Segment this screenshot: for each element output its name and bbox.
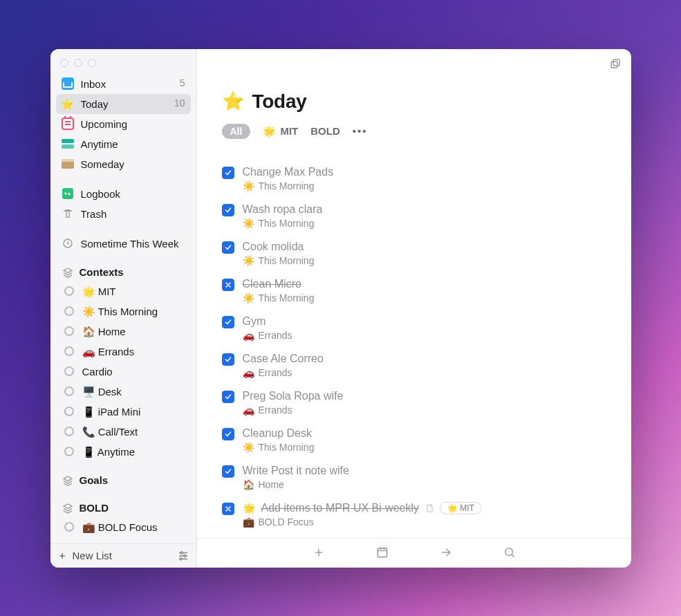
new-todo-button[interactable] [312,545,326,559]
sidebar-item-context[interactable]: ☀️ This Morning [57,301,191,321]
task-body: Preg Sola Ropa wife🚗Errands [243,389,606,416]
svg-rect-4 [613,59,619,66]
sidebar-item-logbook[interactable]: Logbook [56,184,191,204]
sidebar-item-someday[interactable]: Someday [56,154,191,174]
sidebar-item-label: Sometime This Week [81,236,185,251]
search-button[interactable] [503,545,516,559]
sidebar-item-label: 🖥️ Desk [82,384,185,399]
window-controls [50,49,196,74]
task-row[interactable]: Preg Sola Ropa wife🚗Errands [216,385,612,422]
task-title: Case Ale Correo [243,352,324,366]
task-row[interactable]: Case Ale Correo🚗Errands [216,348,612,385]
task-body: Wash ropa clara☀️This Morning [243,203,606,229]
sidebar-group-title-goals[interactable]: Goals [56,472,191,489]
sidebar-item-trash[interactable]: Trash [56,204,191,224]
task-checkbox[interactable] [222,204,234,216]
task-row[interactable]: Gym🚗Errands [216,310,612,348]
task-title: Wash ropa clara [243,203,323,216]
sidebar-item-context[interactable]: 📱 Anytime [57,442,191,462]
page-title: Today [252,91,307,113]
filter-more[interactable]: ••• [353,125,368,137]
task-checkbox[interactable] [222,391,234,403]
notes-icon [425,503,434,514]
task-row[interactable]: Change Max Pads☀️This Morning [216,161,612,198]
sidebar-item-inbox[interactable]: Inbox 5 [56,74,191,94]
sidebar-item-context[interactable]: 🌟 MIT [57,281,191,301]
sidebar-item-sometime-this-week[interactable]: Sometime This Week [56,234,191,254]
main-pane: ⭐ Today All 🌟 MIT BOLD ••• Change Max Pa… [197,49,631,568]
sidebar-item-anytime[interactable]: Anytime [56,134,191,154]
traffic-minimize[interactable] [74,59,82,67]
task-checkbox[interactable] [222,503,234,515]
project-emoji-icon: 🏠 [243,479,254,490]
area-icon [62,502,74,514]
task-tag[interactable]: 🌟 MIT [440,502,482,514]
task-checkbox[interactable] [222,428,234,440]
project-emoji-icon: 🚗 [243,404,254,416]
task-checkbox[interactable] [222,316,234,328]
task-row[interactable]: 🌟Add items to MPR UX Bi-weekly🌟 MIT💼BOLD… [216,497,612,534]
task-row[interactable]: Write Post it note wife🏠Home [216,460,612,497]
task-checkbox[interactable] [222,241,234,254]
sidebar-group-goals: Goals [56,472,191,489]
sidebar-item-context[interactable]: 📱 iPad Mini [57,402,191,422]
logbook-icon [62,187,74,200]
task-row[interactable]: Wash ropa clara☀️This Morning [216,198,612,236]
sidebar-item-context[interactable]: Cardio [57,362,191,382]
task-project: ☀️This Morning [243,442,606,453]
task-checkbox[interactable] [222,167,234,179]
task-row[interactable]: Clean Micro☀️This Morning [216,273,612,310]
sidebar-item-label: Trash [81,207,185,221]
sidebar-item-count: 5 [180,77,185,91]
project-emoji-icon: ☀️ [243,218,254,229]
star-icon: ⭐ [222,91,244,112]
project-emoji-icon: ☀️ [243,292,254,304]
move-button[interactable] [439,545,453,559]
sidebar-group-bold: BOLD 💼 BOLD Focus [56,499,191,537]
sidebar-group-title-contexts[interactable]: Contexts [56,263,191,281]
sidebar-item-upcoming[interactable]: Upcoming [56,114,191,134]
svg-point-3 [179,558,181,560]
svg-point-7 [505,548,513,556]
task-body: Change Max Pads☀️This Morning [243,165,606,192]
task-checkbox[interactable] [222,465,234,478]
sidebar-group-label: Contexts [80,266,124,278]
task-checkbox[interactable] [222,353,234,366]
sidebar-item-label: Inbox [81,77,173,91]
sidebar-item-label: Today [81,97,167,111]
sidebar-item-context[interactable]: 🖥️ Desk [57,382,191,402]
sidebar-item-today[interactable]: ⭐ Today 10 [56,94,191,114]
sidebar-item-context[interactable]: 🏠 Home [57,321,191,342]
traffic-close[interactable] [60,59,68,67]
sidebar-item-label: 💼 BOLD Focus [82,520,185,534]
project-emoji-icon: ☀️ [243,180,254,192]
task-row[interactable]: Cleanup Desk☀️This Morning [216,422,612,460]
new-window-icon[interactable] [609,57,622,70]
when-button[interactable] [375,545,389,559]
sidebar-item-bold-project[interactable]: 💼 BOLD Focus [57,517,191,537]
task-project: 🚗Errands [243,404,606,416]
sidebar-group-title-bold[interactable]: BOLD [56,499,191,517]
project-emoji-icon: 🚗 [243,367,254,378]
task-title: Clean Micro [243,277,301,291]
sidebar-item-context[interactable]: 📞 Call/Text [57,422,191,442]
sidebar-item-label: Upcoming [81,117,185,131]
svg-point-2 [183,554,185,557]
filter-mit[interactable]: 🌟 MIT [263,125,298,138]
sidebar-item-label: 🌟 MIT [82,284,185,299]
filter-all[interactable]: All [222,124,251,139]
project-icon [63,365,75,377]
sidebar-item-context[interactable]: 🚗 Errands [57,342,191,362]
new-list-button[interactable]: New List [57,550,113,561]
traffic-zoom[interactable] [88,59,96,67]
filter-bold[interactable]: BOLD [310,125,340,137]
task-project: ☀️This Morning [243,292,606,304]
sidebar-footer: New List [50,543,196,568]
page-header: ⭐ Today [197,49,631,121]
project-icon [63,425,75,438]
task-row[interactable]: Cook molida☀️This Morning [216,236,612,273]
sidebar-item-label: 📱 iPad Mini [82,404,185,419]
project-emoji-icon: ☀️ [243,255,254,266]
task-checkbox[interactable] [222,279,234,291]
settings-icon[interactable] [177,550,189,562]
